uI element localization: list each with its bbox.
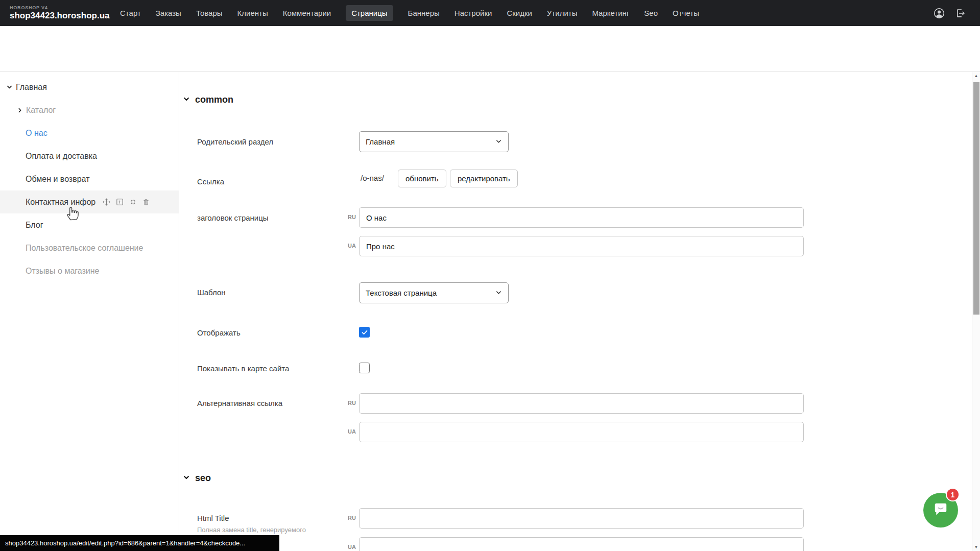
lang-badge-ua: UA [343, 243, 356, 249]
nav-item-comments[interactable]: Комментарии [283, 9, 331, 17]
parent-section-value: Главная [366, 137, 395, 146]
nav-item-settings[interactable]: Настройки [455, 9, 492, 17]
parent-section-select[interactable]: Главная [359, 131, 509, 152]
sidebar-item-label: Главная [16, 83, 47, 92]
link-label: Ссылка [197, 177, 224, 187]
sidebar-item-soglashenie[interactable]: Пользовательское соглашение [0, 236, 179, 259]
sidebar-item-oplata[interactable]: Оплата и доставка [0, 145, 179, 167]
chevron-right-icon[interactable] [17, 107, 23, 113]
chat-bubble-icon [931, 500, 950, 520]
html-title-ua-input[interactable] [359, 537, 804, 551]
display-label: Отображать [197, 328, 241, 338]
row-action-icons [102, 198, 150, 206]
chevron-down-icon [183, 94, 190, 105]
nav-item-orders[interactable]: Заказы [156, 9, 181, 17]
sitemap-checkbox[interactable] [359, 363, 370, 373]
section-seo[interactable]: seo [183, 473, 211, 484]
template-select[interactable]: Текстовая страница [359, 282, 509, 303]
logout-icon[interactable] [954, 8, 966, 19]
page-title-ua-input[interactable] [359, 236, 804, 256]
lang-badge-ru: RU [343, 515, 356, 521]
sidebar-item-obmen[interactable]: Обмен и возврат [0, 167, 179, 190]
lang-badge-ua: UA [343, 428, 356, 435]
sidebar-item-label: Блог [26, 221, 43, 230]
move-icon[interactable] [102, 198, 111, 206]
top-navbar: HOROSHOP V4 shop34423.horoshop.ua Старт … [0, 0, 980, 26]
gear-icon[interactable] [129, 198, 137, 206]
html-title-hint: Полная замена title, генерируемого [197, 526, 306, 534]
logo-domain: shop34423.horoshop.ua [10, 11, 112, 21]
alt-link-ru-input[interactable] [359, 393, 804, 414]
logo[interactable]: HOROSHOP V4 shop34423.horoshop.ua [10, 5, 112, 21]
alt-link-label: Альтернативная ссылка [197, 398, 282, 409]
nav-item-marketing[interactable]: Маркетинг [592, 9, 629, 17]
template-value: Текстовая страница [366, 289, 437, 297]
chevron-down-icon[interactable] [6, 84, 13, 90]
sidebar-item-label: Обмен и возврат [26, 175, 89, 184]
browser-status-url: shop34423.horoshop.ua/edit/edit.php?id=6… [0, 535, 279, 551]
tree: Главная Каталог О нас Оплата и доставка … [0, 72, 179, 282]
logo-version: HOROSHOP V4 [10, 5, 112, 10]
vertical-scrollbar[interactable]: ▲ ▼ [972, 72, 980, 551]
sidebar-item-blog[interactable]: Блог [0, 213, 179, 236]
nav-item-clients[interactable]: Клиенты [237, 9, 268, 17]
sidebar-item-kontaktnaya[interactable]: Контактная инфор [0, 190, 179, 213]
sidebar-item-label: Оплата и доставка [26, 152, 97, 161]
nav-item-seo[interactable]: Seo [644, 9, 658, 17]
chevron-down-icon [495, 289, 502, 297]
page-title-label: заголовок страницы [197, 213, 269, 223]
sidebar-item-label: Пользовательское соглашение [26, 244, 143, 253]
chevron-down-icon [183, 473, 190, 484]
sitemap-label: Показывать в карте сайта [197, 364, 289, 374]
nav-item-pages[interactable]: Страницы [346, 5, 393, 21]
lang-badge-ru: RU [343, 214, 356, 220]
nav-item-utilities[interactable]: Утилиты [547, 9, 578, 17]
link-update-button[interactable]: обновить [398, 170, 446, 187]
sidebar-item-katalog[interactable]: Каталог [0, 99, 179, 122]
add-icon[interactable] [115, 198, 124, 206]
nav-item-reports[interactable]: Отчеты [673, 9, 699, 17]
lang-badge-ua: UA [343, 544, 356, 550]
page-edit-form: common Родительский раздел Главная Ссылк… [180, 72, 972, 551]
account-icon[interactable] [933, 7, 945, 19]
lang-badge-ru: RU [343, 400, 356, 406]
sidebar-item-label: Отзывы о магазине [26, 267, 100, 276]
link-path: /o-nas/ [361, 174, 384, 182]
navbar-right-icons [933, 7, 966, 19]
main-menu: Старт Заказы Товары Клиенты Комментарии … [120, 5, 699, 21]
scroll-up-arrow[interactable]: ▲ [972, 74, 980, 78]
section-seo-label: seo [195, 473, 211, 484]
display-checkbox[interactable] [359, 327, 370, 338]
alt-link-ua-input[interactable] [359, 422, 804, 442]
link-edit-button[interactable]: редактировать [450, 170, 518, 187]
template-label: Шаблон [197, 288, 226, 298]
sidebar-item-label: Контактная инфор [26, 198, 95, 207]
parent-section-label: Родительский раздел [197, 137, 273, 147]
trash-icon[interactable] [142, 198, 150, 206]
nav-item-start[interactable]: Старт [120, 9, 141, 17]
chat-unread-badge: 1 [946, 488, 960, 501]
nav-item-banners[interactable]: Баннеры [408, 9, 440, 17]
sidebar-item-o-nas[interactable]: О нас [0, 122, 179, 145]
html-title-ru-input[interactable] [359, 508, 804, 529]
sidebar-item-label: Каталог [26, 106, 56, 115]
page-header [0, 26, 980, 72]
scroll-down-arrow[interactable]: ▼ [972, 545, 980, 549]
scrollbar-thumb[interactable] [973, 82, 979, 315]
section-common-label: common [195, 94, 233, 105]
chevron-down-icon [495, 137, 502, 146]
pages-tree-sidebar: Главная Каталог О нас Оплата и доставка … [0, 72, 179, 551]
sidebar-item-label: О нас [26, 129, 47, 138]
sidebar-item-glavnaya[interactable]: Главная [0, 76, 179, 99]
section-common[interactable]: common [183, 94, 233, 105]
page-title-ru-input[interactable] [359, 207, 804, 228]
screen: HOROSHOP V4 shop34423.horoshop.ua Старт … [0, 0, 980, 551]
sidebar-item-otzyvy[interactable]: Отзывы о магазине [0, 259, 179, 282]
html-title-label: Html Title [197, 513, 229, 523]
nav-item-discounts[interactable]: Скидки [507, 9, 532, 17]
nav-item-products[interactable]: Товары [196, 9, 223, 17]
